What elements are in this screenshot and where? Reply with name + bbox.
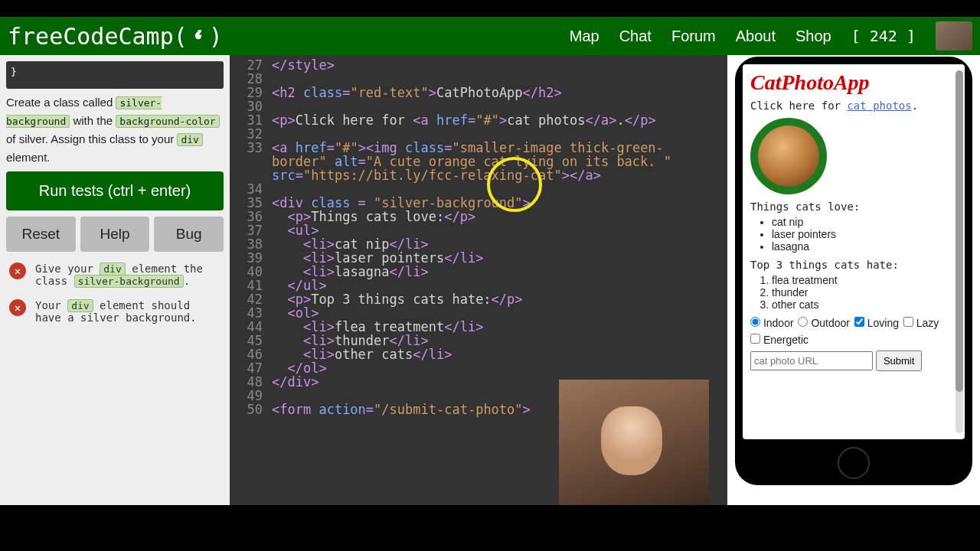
nav-shop[interactable]: Shop [795,28,831,45]
fail-icon: ✕ [9,299,26,316]
code-line[interactable]: 40 <li>lasagna</li> [230,265,727,279]
code-line[interactable]: 39 <li>laser pointers</li> [230,251,727,265]
list-item: thunder [772,286,957,298]
header: freeCodeCamp( ) Map Chat Forum About Sho… [0,17,980,55]
letterbox-top [0,0,980,17]
nav-points[interactable]: [ 242 ] [851,27,916,45]
nav-map[interactable]: Map [570,28,599,45]
code-line[interactable]: 27</style> [230,58,727,72]
check-loving[interactable]: Loving [854,317,899,329]
code-line[interactable]: 41 </ul> [230,279,727,292]
nav: Map Chat Forum About Shop [ 242 ] [570,21,972,51]
code-line[interactable]: 42 <p>Top 3 things cats hate:</p> [230,292,727,306]
check-energetic[interactable]: Energetic [750,334,808,346]
code-line[interactable]: 28 [230,72,727,86]
code-line[interactable]: 34 [230,182,727,196]
left-panel: } Create a class called silver-backgroun… [0,55,230,505]
phone-frame: CatPhotoApp Click here for cat photos. T… [735,57,972,485]
code-line[interactable]: 46 <li>other cats</li> [230,347,727,361]
code-line[interactable]: 32 [230,127,727,141]
app-title: CatPhotoApp [750,70,957,95]
logo[interactable]: freeCodeCamp( ) [8,23,223,50]
love-list: cat niplaser pointerslasagna [772,216,957,253]
letterbox-bottom [0,505,980,551]
code-preview: } [6,61,224,89]
list-item: other cats [772,298,957,311]
home-button-icon [838,447,870,479]
preview-screen: CatPhotoApp Click here for cat photos. T… [743,64,965,439]
code-line[interactable]: 33<a href="#"><img class="smaller-image … [230,141,727,155]
check-lazy[interactable]: Lazy [903,317,939,329]
bug-button[interactable]: Bug [154,217,224,252]
test-results: ✕ Give your div element the class silver… [6,256,224,330]
main: } Create a class called silver-backgroun… [0,55,980,505]
logo-text: freeCodeCamp( [8,23,188,50]
hate-heading: Top 3 things cats hate: [750,259,957,271]
code-line[interactable]: 45 <li>thunder</li> [230,334,727,347]
list-item: cat nip [772,216,957,228]
nav-about[interactable]: About [736,28,776,45]
test-item: ✕ Your div element should have a silver … [6,293,224,330]
list-item: laser pointers [772,228,957,240]
nav-chat[interactable]: Chat [619,28,652,45]
intro-text: Click here for cat photos. [750,99,957,112]
cat-image[interactable] [750,118,827,194]
test-text: Your div element should have a silver ba… [35,299,220,324]
test-text: Give your div element the class silver-b… [35,262,220,287]
submit-button[interactable]: Submit [876,350,922,371]
help-button[interactable]: Help [80,217,150,252]
nav-forum[interactable]: Forum [671,28,716,45]
code-line[interactable]: 29<h2 class="red-text">CatPhotoApp</h2> [230,86,727,99]
code-line[interactable]: 47 </ol> [230,361,727,375]
radio-outdoor[interactable]: Outdoor [798,317,849,329]
test-item: ✕ Give your div element the class silver… [6,256,224,293]
chip-div: div [177,133,202,146]
code-line[interactable]: src="https://bit.ly/fcc-relaxing-cat"></… [230,168,727,182]
radio-row: Indoor Outdoor Loving Lazy [750,317,957,329]
list-item: flea treatment [772,274,957,286]
flame-icon [191,23,206,50]
preview-panel: CatPhotoApp Click here for cat photos. T… [727,55,980,505]
code-line[interactable]: 44 <li>flea treatment</li> [230,320,727,334]
list-item: lasagna [772,240,957,253]
code-line[interactable]: 37 <ul> [230,223,727,237]
code-line[interactable]: border" alt="A cute orange cat lying on … [230,155,727,168]
hate-list: flea treatmentthunderother cats [772,274,957,311]
love-heading: Things cats love: [750,201,957,213]
fail-icon: ✕ [9,262,26,279]
radio-indoor[interactable]: Indoor [750,317,794,329]
instructions: Create a class called silver-background … [6,93,224,167]
cat-photos-link[interactable]: cat photos [847,99,911,112]
code-line[interactable]: 30 [230,99,727,113]
photo-url-input[interactable] [750,351,873,370]
avatar[interactable] [936,21,972,51]
code-line[interactable]: 36 <p>Things cats love:</p> [230,210,727,223]
code-line[interactable]: 31<p>Click here for <a href="#">cat phot… [230,113,727,127]
code-line[interactable]: 43 <ol> [230,306,727,320]
code-line[interactable]: 35<div class = "silver-background"> [230,196,727,210]
code-line[interactable]: 38 <li>cat nip</li> [230,237,727,251]
webcam-overlay [559,380,709,507]
logo-close-paren: ) [209,23,223,50]
scrollbar-thumb[interactable] [956,70,963,392]
reset-button[interactable]: Reset [6,217,76,252]
chip-background-color: background-color [116,115,219,128]
run-tests-button[interactable]: Run tests (ctrl + enter) [6,171,224,210]
